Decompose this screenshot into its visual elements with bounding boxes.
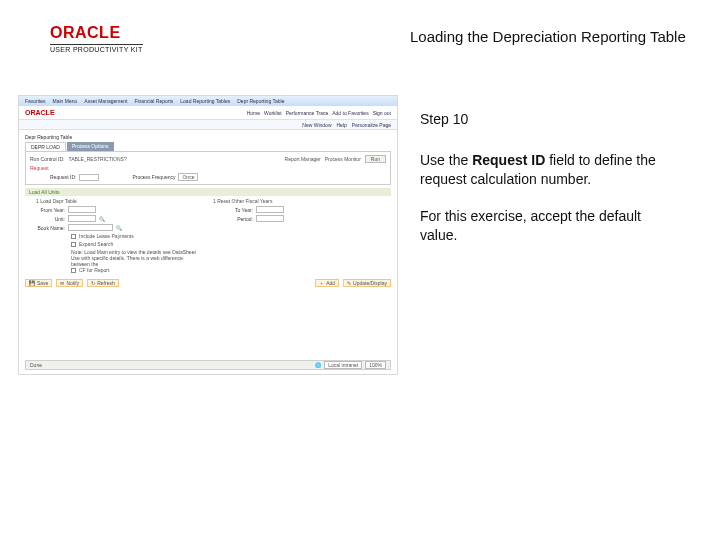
ss-form-columns: 1 Load Depr Table From Year: Unit:🔍 Book…: [25, 198, 391, 275]
ss-link-reportmgr[interactable]: Report Manager: [285, 156, 321, 162]
ss-add-button[interactable]: ＋Add: [315, 279, 339, 287]
ss-run-button[interactable]: Run: [365, 155, 386, 163]
ss-request-id-label: Request ID:: [50, 174, 76, 180]
notify-icon: ✉: [60, 280, 64, 286]
ss-link-signout[interactable]: Sign out: [373, 110, 391, 116]
ss-menu-item[interactable]: Main Menu: [53, 98, 78, 104]
oracle-wordmark: ORACLE: [50, 24, 143, 42]
ss-process-freq-label: Process Frequency: [132, 174, 175, 180]
ss-refresh-button[interactable]: ↻Refresh: [87, 279, 119, 287]
ss-bottom-toolbar: 💾Save ✉Notify ↻Refresh ＋Add ✎Update/Disp…: [25, 279, 391, 287]
ss-menu-item[interactable]: Asset Management: [84, 98, 127, 104]
step-label: Step 10: [420, 110, 670, 129]
ss-run-id-label: Run Control ID:: [30, 156, 64, 162]
ss-link-procmon[interactable]: Process Monitor: [325, 156, 361, 162]
ss-zoom-select[interactable]: 100%: [365, 361, 386, 369]
ss-breadcrumb: Favorites Main Menu Asset Management Fin…: [25, 98, 284, 104]
ss-from-year-input[interactable]: [68, 206, 96, 213]
ss-status-done: Done: [30, 362, 42, 368]
ss-section-title: Depr Reporting Table: [19, 130, 397, 142]
globe-icon: 🌐: [315, 362, 321, 368]
ss-unit-label: Unit:: [25, 216, 65, 222]
ss-cb-expand-label: Expand Search: [79, 241, 113, 247]
ss-tab-deprload[interactable]: DEPR LOAD: [25, 142, 66, 151]
instruction-panel: Step 10 Use the Request ID field to defi…: [420, 110, 670, 262]
update-icon: ✎: [347, 280, 351, 286]
ss-period-input[interactable]: [256, 215, 284, 222]
ss-run-id-value: TABLE_RESTRICTIONS?: [68, 156, 126, 162]
save-icon: 💾: [29, 280, 35, 286]
ss-cb-expand[interactable]: [71, 242, 76, 247]
ss-cb-lease[interactable]: [71, 234, 76, 239]
ss-request-label: Request: [30, 165, 49, 171]
ss-tab-procopt[interactable]: Process Options: [67, 142, 114, 151]
ss-link-newwin[interactable]: New Window: [302, 122, 331, 128]
ss-to-year-input[interactable]: [256, 206, 284, 213]
ss-zone-select[interactable]: Local intranet: [324, 361, 362, 369]
ss-update-button[interactable]: ✎Update/Display: [343, 279, 391, 287]
ss-save-button[interactable]: 💾Save: [25, 279, 52, 287]
lookup-icon[interactable]: 🔍: [99, 216, 105, 222]
ss-link-trace[interactable]: Performance Trace: [286, 110, 329, 116]
field-name-bold: Request ID: [472, 152, 545, 168]
ss-book-input[interactable]: [68, 224, 113, 231]
ss-notify-button[interactable]: ✉Notify: [56, 279, 83, 287]
ss-reset-other-label: 1 Reset Other Fiscal Years: [213, 198, 272, 204]
ss-link-fav[interactable]: Add to Favorites: [332, 110, 368, 116]
ss-cb-lease-label: Include Lease Payments: [79, 233, 134, 239]
ss-under-logo-bar: New Window Help Personalize Page: [19, 120, 397, 130]
instruction-para-2: For this exercise, accept the default va…: [420, 207, 670, 245]
ss-cb-cf[interactable]: [71, 268, 76, 273]
ss-status-bar: Done 🌐 Local intranet 100%: [25, 360, 391, 370]
upk-subline: USER PRODUCTIVITY KIT: [50, 44, 143, 53]
ss-top-menu-bar: Favorites Main Menu Asset Management Fin…: [19, 96, 397, 106]
ss-logo-row: ORACLE Home Worklist Performance Trace A…: [19, 106, 397, 120]
ss-unit-input[interactable]: [68, 215, 96, 222]
ss-book-label: Book Name:: [25, 225, 65, 231]
app-screenshot: Favorites Main Menu Asset Management Fin…: [18, 95, 398, 375]
ss-from-year-label: From Year:: [25, 207, 65, 213]
lookup-icon[interactable]: 🔍: [116, 225, 122, 231]
ss-request-id-input[interactable]: [79, 174, 99, 181]
ss-oracle-logo: ORACLE: [25, 109, 55, 116]
page-title: Loading the Depreciation Reporting Table: [410, 28, 686, 45]
ss-load-depr-label: 1 Load Depr Table: [36, 198, 77, 204]
oracle-upk-logo: ORACLE USER PRODUCTIVITY KIT: [50, 24, 143, 53]
ss-menu-item[interactable]: Load Reporting Tables: [180, 98, 230, 104]
ss-menu-item[interactable]: Favorites: [25, 98, 46, 104]
ss-menu-item[interactable]: Financial Reports: [134, 98, 173, 104]
ss-tabs: DEPR LOAD Process Options: [19, 142, 397, 151]
ss-link-help[interactable]: Help: [337, 122, 347, 128]
ss-process-freq-select[interactable]: Once: [178, 173, 198, 181]
ss-to-year-label: To Year:: [213, 207, 253, 213]
ss-menu-item[interactable]: Depr Reporting Table: [237, 98, 284, 104]
ss-link-home[interactable]: Home: [247, 110, 260, 116]
add-icon: ＋: [319, 280, 324, 286]
ss-run-panel: Run Control ID: TABLE_RESTRICTIONS? Repo…: [25, 151, 391, 185]
ss-green-header: Load All Units: [25, 188, 391, 196]
ss-link-personalize[interactable]: Personalize Page: [352, 122, 391, 128]
ss-note-2: Use with specific details. There is a we…: [71, 255, 203, 267]
instruction-para-1: Use the Request ID field to define the r…: [420, 151, 670, 189]
ss-link-worklist[interactable]: Worklist: [264, 110, 282, 116]
ss-period-label: Period:: [213, 216, 253, 222]
refresh-icon: ↻: [91, 280, 95, 286]
ss-cb-cf-label: CF for Report: [79, 267, 109, 273]
